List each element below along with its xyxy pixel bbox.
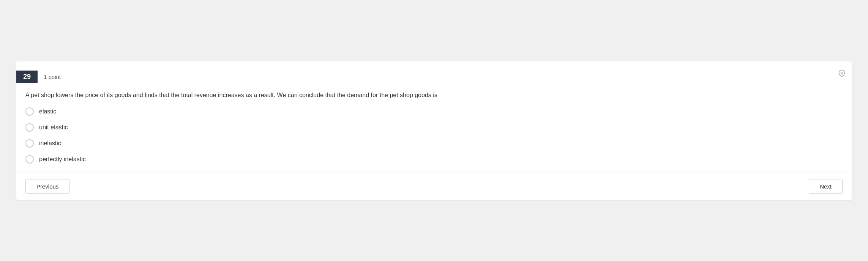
radio-elastic[interactable] bbox=[25, 107, 34, 116]
radio-perfectly-inelastic[interactable] bbox=[25, 155, 34, 164]
option-item-perfectly-inelastic[interactable]: perfectly inelastic bbox=[25, 155, 843, 164]
question-points: 1 point bbox=[44, 74, 61, 80]
option-item-unit-elastic[interactable]: unit elastic bbox=[25, 123, 843, 132]
question-header: 29 1 point bbox=[16, 61, 852, 88]
previous-button[interactable]: Previous bbox=[25, 179, 69, 194]
radio-unit-elastic[interactable] bbox=[25, 123, 34, 132]
question-text: A pet shop lowers the price of its goods… bbox=[16, 88, 852, 107]
option-label-inelastic: inelastic bbox=[39, 140, 61, 147]
option-label-perfectly-inelastic: perfectly inelastic bbox=[39, 156, 86, 163]
question-card: 29 1 point A pet shop lowers the price o… bbox=[16, 61, 852, 200]
radio-inelastic[interactable] bbox=[25, 139, 34, 148]
option-label-elastic: elastic bbox=[39, 108, 56, 115]
next-button[interactable]: Next bbox=[809, 179, 843, 194]
option-item-elastic[interactable]: elastic bbox=[25, 107, 843, 116]
option-item-inelastic[interactable]: inelastic bbox=[25, 139, 843, 148]
card-footer: Previous Next bbox=[16, 173, 852, 200]
options-list: elastic unit elastic inelastic perfectly… bbox=[16, 107, 852, 173]
pin-icon[interactable] bbox=[838, 70, 846, 79]
page-wrapper: 29 1 point A pet shop lowers the price o… bbox=[8, 61, 860, 200]
option-label-unit-elastic: unit elastic bbox=[39, 124, 68, 131]
question-number-badge: 29 bbox=[16, 71, 38, 83]
